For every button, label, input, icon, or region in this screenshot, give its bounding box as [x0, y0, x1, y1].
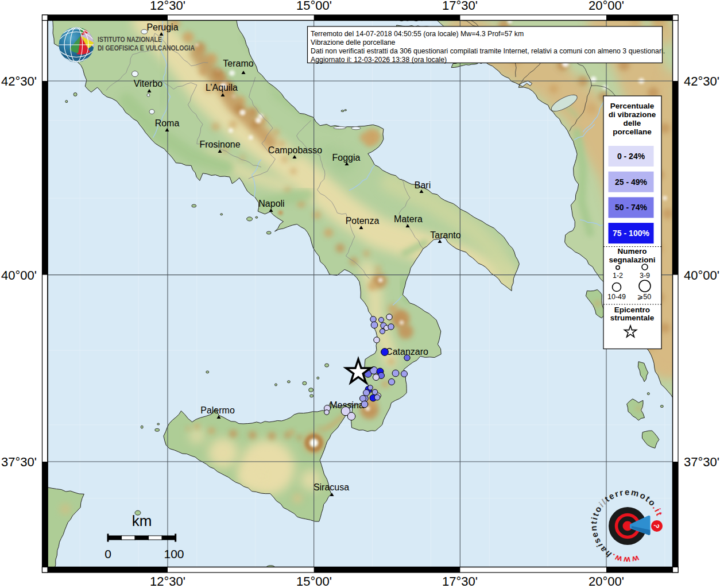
svg-text:Dati non verificati estratti d: Dati non verificati estratti da 306 ques… — [311, 47, 665, 55]
svg-text:Campobasso: Campobasso — [268, 145, 322, 155]
svg-text:12°30': 12°30' — [150, 574, 185, 588]
svg-text:17°30': 17°30' — [442, 0, 478, 13]
svg-text:40°00': 40°00' — [1, 268, 37, 283]
svg-text:segnalazioni: segnalazioni — [609, 256, 655, 264]
svg-text:10-49: 10-49 — [607, 293, 626, 301]
svg-text:Epicentro: Epicentro — [614, 305, 650, 314]
svg-text:Foggia: Foggia — [332, 153, 361, 163]
svg-text:⩾50: ⩾50 — [637, 293, 651, 301]
svg-text:40°00': 40°00' — [684, 268, 719, 283]
svg-text:Potenza: Potenza — [346, 216, 380, 226]
svg-text:42°30': 42°30' — [684, 74, 719, 88]
svg-text:37°30': 37°30' — [1, 455, 37, 469]
svg-text:strumentale: strumentale — [610, 314, 655, 322]
svg-text:Matera: Matera — [394, 214, 423, 224]
svg-text:Taranto: Taranto — [430, 230, 460, 240]
svg-text:25 - 49%: 25 - 49% — [615, 177, 648, 187]
svg-text:Aggiornato il: 12-03-2026 13:3: Aggiornato il: 12-03-2026 13:38 (ora loc… — [311, 56, 447, 64]
svg-text:15°00': 15°00' — [296, 0, 332, 13]
svg-text:17°30': 17°30' — [442, 574, 478, 588]
svg-text:Palermo: Palermo — [200, 405, 235, 415]
svg-text:20°00': 20°00' — [589, 0, 624, 13]
svg-text:Bari: Bari — [415, 180, 431, 190]
svg-text:Viterbo: Viterbo — [134, 79, 163, 88]
svg-text:37°30': 37°30' — [684, 455, 719, 469]
svg-text:50 - 74%: 50 - 74% — [615, 203, 648, 212]
svg-text:100: 100 — [164, 547, 184, 560]
svg-text:delle: delle — [624, 119, 641, 127]
svg-text:L’Aquila: L’Aquila — [206, 83, 238, 92]
svg-text:75 - 100%: 75 - 100% — [613, 229, 649, 238]
svg-text:1-2: 1-2 — [613, 272, 623, 280]
svg-text:3-9: 3-9 — [640, 272, 650, 280]
svg-text:0 - 24%: 0 - 24% — [617, 152, 645, 161]
svg-text:porcellane: porcellane — [613, 127, 652, 136]
svg-text:Teramo: Teramo — [223, 59, 253, 68]
svg-text:km: km — [132, 512, 152, 529]
svg-text:Vibrazione delle porcellane: Vibrazione delle porcellane — [311, 38, 396, 47]
svg-text:di vibrazione: di vibrazione — [609, 110, 656, 119]
svg-text:Numero: Numero — [617, 247, 647, 256]
svg-text:Roma: Roma — [155, 118, 180, 128]
svg-text:42°30': 42°30' — [1, 74, 37, 88]
svg-text:Napoli: Napoli — [258, 199, 284, 208]
svg-text:0: 0 — [104, 547, 111, 560]
svg-text:DI GEOFISICA E VULCANOLOGIA: DI GEOFISICA E VULCANOLOGIA — [98, 44, 195, 53]
svg-text:12°30': 12°30' — [150, 0, 185, 13]
svg-text:20°00': 20°00' — [589, 574, 624, 588]
svg-text:Terremoto del 14-07-2018 04:50: Terremoto del 14-07-2018 04:50:55 (ora l… — [311, 30, 524, 38]
svg-text:Percentuale: Percentuale — [610, 102, 655, 110]
svg-text:Siracusa: Siracusa — [313, 482, 349, 492]
svg-text:Frosinone: Frosinone — [199, 140, 240, 149]
svg-text:Perugia: Perugia — [146, 22, 178, 32]
svg-text:ISTITUTO NAZIONALE: ISTITUTO NAZIONALE — [98, 35, 162, 44]
svg-text:15°00': 15°00' — [296, 574, 332, 588]
